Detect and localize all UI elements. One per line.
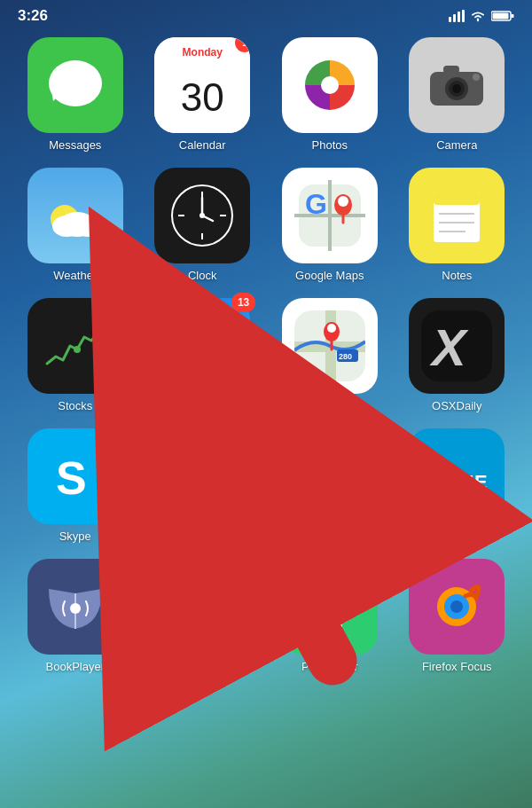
svg-point-9 [321,76,339,94]
weather-icon [27,168,123,263]
appstore-icon-graphic [167,310,238,381]
svg-point-13 [452,84,461,93]
googlemaps-label: Google Maps [295,269,364,282]
notes-icon [409,168,505,263]
svg-rect-5 [493,13,509,20]
app-settings[interactable]: Settings [144,428,262,543]
app-overcast[interactable]: Overcast [144,559,262,673]
overcast-label: Overcast [179,660,225,673]
svg-point-15 [473,74,480,81]
app-osxdaily[interactable]: X OSXDaily [398,298,517,412]
clock-icon [154,168,250,263]
maps-icon: 280 [282,298,378,394]
svg-point-19 [75,219,100,237]
svg-text:WYZE: WYZE [428,471,489,493]
app-maps[interactable]: 280 Maps [270,298,389,412]
app-clock[interactable]: Clock [144,168,262,282]
status-icons [449,10,514,22]
bookplayer-icon [27,559,123,655]
pedometer-label: Pedometer [301,660,358,673]
osxdaily-icon: X [409,298,505,394]
svg-rect-2 [458,12,460,22]
status-bar: 3:26 [0,0,532,28]
app-pedometer[interactable]: Pedometer [270,559,389,673]
camera-icon-graphic [426,59,488,112]
pedometer-icon-graphic [294,571,365,642]
app-camera[interactable]: Camera [398,37,517,152]
weather-label: Weather [53,269,97,282]
svg-rect-43 [40,310,111,381]
overcast-icon-graphic [167,571,238,642]
app-googlemaps[interactable]: G Google Maps [270,168,389,282]
svg-point-55 [327,324,336,333]
settings-icon [154,428,250,524]
stocks-label: Stocks [58,399,92,412]
twitter-label: Twitter [313,530,347,543]
svg-point-81 [195,607,209,621]
messages-icon-graphic [44,57,106,114]
svg-rect-1 [453,14,456,22]
camera-icon [409,37,505,133]
svg-rect-69 [216,474,225,479]
svg-rect-6 [512,14,514,18]
svg-rect-67 [200,490,205,499]
svg-point-79 [70,603,81,614]
svg-rect-3 [462,10,465,22]
svg-text:280: 280 [339,352,352,361]
svg-point-85 [323,578,337,592]
clock-icon-graphic [167,180,238,251]
weather-icon-graphic [40,180,111,251]
svg-point-94 [450,600,463,613]
stocks-icon-graphic [40,310,111,381]
osxdaily-icon-graphic: X [421,310,492,381]
firefoxfocus-icon [409,559,505,655]
skype-label: Skype [59,530,91,543]
app-stocks[interactable]: Stocks [16,298,135,412]
app-appstore[interactable]: 13 App Store [144,298,262,412]
calendar-icon: Monday 30 1 [154,37,250,133]
app-firefoxfocus[interactable]: Firefox Focus [398,559,517,673]
app-messages[interactable]: Messages [16,37,135,152]
twitter-icon-graphic [294,441,365,512]
app-calendar[interactable]: Monday 30 1 Calendar [144,37,262,152]
svg-rect-66 [200,453,205,462]
maps-label: Maps [316,399,344,412]
svg-text:S: S [56,452,87,504]
bookplayer-icon-graphic [40,571,111,642]
clock-label: Clock [188,269,217,282]
app-skype[interactable]: S Skype [16,428,135,543]
appstore-label: App Store [176,399,228,412]
app-notes[interactable]: Notes [398,168,517,282]
photos-icon-graphic [294,50,365,121]
skype-icon: S [27,428,123,524]
googlemaps-icon: G [282,168,378,263]
signal-icon [449,10,465,22]
svg-point-28 [200,213,205,218]
svg-text:X: X [429,318,469,376]
app-grid: Messages Monday 30 1 Calendar Photos [0,28,532,682]
overcast-icon [154,559,250,655]
svg-point-65 [197,471,207,482]
app-weather[interactable]: Weather [16,168,135,282]
skype-icon-graphic: S [40,441,111,512]
firefoxfocus-label: Firefox Focus [422,660,492,673]
messages-label: Messages [49,138,101,152]
stocks-icon [27,298,123,394]
wyze-icon: WYZE [409,428,505,524]
wyze-icon-graphic: WYZE [421,441,492,512]
app-twitter[interactable]: Twitter [270,428,389,543]
osxdaily-label: OSXDaily [432,399,481,412]
notes-icon-graphic [421,180,492,251]
svg-point-35 [338,196,348,207]
status-time: 3:26 [18,7,48,25]
googlemaps-icon-graphic: G [294,180,365,251]
appstore-icon: 13 [154,298,250,394]
svg-rect-14 [443,66,459,74]
app-bookplayer[interactable]: BookPlayer [16,559,135,673]
settings-label: Settings [182,530,223,543]
app-photos[interactable]: Photos [270,37,389,152]
svg-rect-39 [434,192,480,205]
photos-label: Photos [312,138,348,152]
app-wyze[interactable]: WYZE Wyze [398,428,517,543]
svg-text:G: G [305,188,327,220]
